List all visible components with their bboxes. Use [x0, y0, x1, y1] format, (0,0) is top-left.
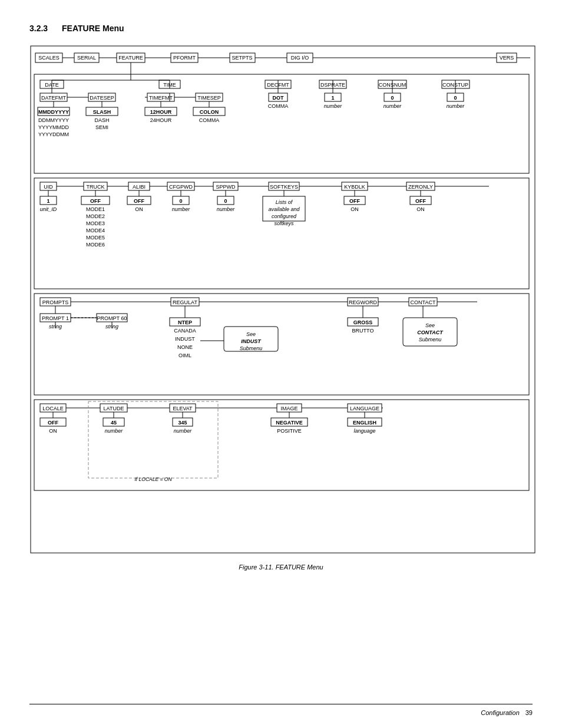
footer: Configuration 39: [481, 709, 533, 716]
svg-text:number: number: [324, 103, 343, 109]
section-title: 3.2.3 FEATURE Menu: [29, 24, 533, 33]
svg-text:SEMI: SEMI: [95, 124, 108, 130]
svg-text:LOCALE: LOCALE: [42, 406, 64, 411]
svg-text:345: 345: [178, 420, 187, 426]
svg-text:number: number: [447, 103, 465, 109]
svg-text:YYYYDDMM: YYYYDDMM: [38, 131, 69, 137]
svg-text:DIG I/O: DIG I/O: [291, 55, 309, 61]
svg-text:OFF: OFF: [48, 420, 58, 426]
section-number: 3.2.3: [29, 24, 48, 33]
svg-text:INDUST: INDUST: [241, 338, 262, 344]
svg-text:LANGUAGE: LANGUAGE: [350, 406, 379, 411]
svg-text:NEGATIVE: NEGATIVE: [276, 420, 302, 426]
svg-text:SETPTS: SETPTS: [232, 55, 252, 61]
svg-text:Lists of: Lists of: [276, 199, 293, 205]
svg-text:SOFTKEYS: SOFTKEYS: [270, 184, 298, 190]
svg-text:MODE2: MODE2: [86, 213, 105, 219]
svg-text:OFF: OFF: [90, 198, 101, 204]
svg-text:OFF: OFF: [134, 198, 144, 204]
svg-text:MODE6: MODE6: [86, 242, 105, 248]
svg-text:available and: available and: [268, 206, 300, 212]
svg-text:CFGPWD: CFGPWD: [169, 184, 193, 190]
svg-text:LATUDE: LATUDE: [104, 406, 124, 411]
svg-text:24HOUR: 24HOUR: [150, 117, 172, 123]
footer-divider: [29, 704, 533, 704]
svg-text:INDUST: INDUST: [175, 336, 195, 342]
svg-text:PROMPT 1: PROMPT 1: [42, 315, 69, 321]
svg-text:NTEP: NTEP: [178, 319, 192, 325]
svg-text:45: 45: [111, 420, 117, 426]
svg-rect-17: [34, 74, 529, 173]
svg-text:MODE3: MODE3: [86, 220, 105, 226]
svg-text:TIMEFMT: TIMEFMT: [149, 95, 173, 101]
svg-text:COLON: COLON: [200, 109, 219, 115]
svg-text:MODE5: MODE5: [86, 235, 105, 241]
svg-text:SPPWD: SPPWD: [216, 184, 236, 190]
svg-text:1: 1: [331, 95, 334, 101]
svg-text:MODE1: MODE1: [86, 206, 105, 212]
svg-text:softkeys: softkeys: [274, 220, 294, 226]
section-name: FEATURE Menu: [62, 24, 124, 33]
svg-text:See: See: [425, 322, 435, 328]
svg-text:DATESEP: DATESEP: [90, 95, 114, 101]
svg-text:REGWORD: REGWORD: [349, 299, 377, 305]
svg-text:SLASH: SLASH: [93, 109, 111, 115]
svg-text:COMMA: COMMA: [199, 117, 220, 123]
svg-text:MMDDYYYY: MMDDYYYY: [38, 109, 69, 115]
svg-text:TIMESEP: TIMESEP: [197, 95, 221, 101]
svg-text:REGULAT: REGULAT: [173, 299, 197, 305]
svg-text:See: See: [246, 331, 256, 337]
svg-text:configured: configured: [272, 213, 297, 219]
svg-text:ZERONLY: ZERONLY: [408, 184, 433, 190]
svg-text:DASH: DASH: [94, 117, 109, 123]
svg-text:ON: ON: [49, 428, 57, 434]
svg-text:ALIBI: ALIBI: [133, 184, 146, 190]
footer-page: 39: [525, 709, 533, 716]
svg-text:ON: ON: [351, 206, 359, 212]
svg-text:number: number: [174, 428, 193, 434]
svg-text:CONTACT: CONTACT: [411, 299, 436, 305]
svg-text:PROMPTS: PROMPTS: [42, 299, 69, 305]
svg-text:0: 0: [179, 198, 182, 204]
svg-text:PROMPT 60: PROMPT 60: [97, 315, 127, 321]
svg-rect-87: [34, 178, 529, 289]
svg-text:number: number: [172, 206, 191, 212]
svg-text:YYYYMMDD: YYYYMMDD: [38, 124, 70, 130]
footer-text: Configuration: [481, 709, 519, 716]
svg-text:OFF: OFF: [415, 198, 426, 204]
svg-text:ON: ON: [135, 206, 143, 212]
svg-text:language: language: [353, 428, 375, 434]
svg-text:number: number: [384, 103, 402, 109]
svg-text:0: 0: [454, 95, 457, 101]
svg-text:IMAGE: IMAGE: [280, 406, 297, 411]
svg-text:VERS: VERS: [500, 55, 514, 61]
svg-text:FEATURE: FEATURE: [118, 55, 143, 61]
figure-caption: Figure 3-11. FEATURE Menu: [29, 564, 533, 571]
svg-text:PFORMT: PFORMT: [173, 55, 196, 61]
feature-menu-diagram: SCALES SERIAL FEATURE PFORMT SETPTS DIG …: [29, 45, 536, 558]
svg-text:CANADA: CANADA: [174, 328, 196, 334]
svg-text:number: number: [217, 206, 236, 212]
svg-text:DATEFMT: DATEFMT: [41, 95, 66, 101]
svg-text:UID: UID: [44, 184, 53, 190]
svg-text:POSITIVE: POSITIVE: [277, 428, 302, 434]
svg-text:CONTACT: CONTACT: [417, 330, 444, 335]
svg-text:ENGLISH: ENGLISH: [353, 420, 376, 426]
svg-text:DOT: DOT: [273, 95, 285, 101]
svg-text:0: 0: [391, 95, 394, 101]
svg-text:Submenu: Submenu: [419, 337, 442, 342]
svg-text:BRUTTO: BRUTTO: [352, 328, 374, 334]
svg-rect-190: [34, 400, 529, 490]
svg-text:Submenu: Submenu: [240, 345, 263, 351]
svg-text:0: 0: [224, 198, 227, 204]
svg-text:KYBDLK: KYBDLK: [344, 184, 365, 190]
svg-text:If LOCALE = ON: If LOCALE = ON: [134, 476, 172, 482]
svg-text:GROSS: GROSS: [353, 319, 373, 325]
svg-text:12HOUR: 12HOUR: [150, 109, 172, 115]
svg-text:OIML: OIML: [178, 353, 191, 358]
svg-text:TRUCK: TRUCK: [87, 184, 105, 190]
svg-text:OFF: OFF: [349, 198, 360, 204]
svg-text:unit_ID: unit_ID: [40, 206, 57, 212]
svg-text:ELEVAT: ELEVAT: [173, 406, 193, 411]
svg-text:SCALES: SCALES: [38, 55, 59, 61]
